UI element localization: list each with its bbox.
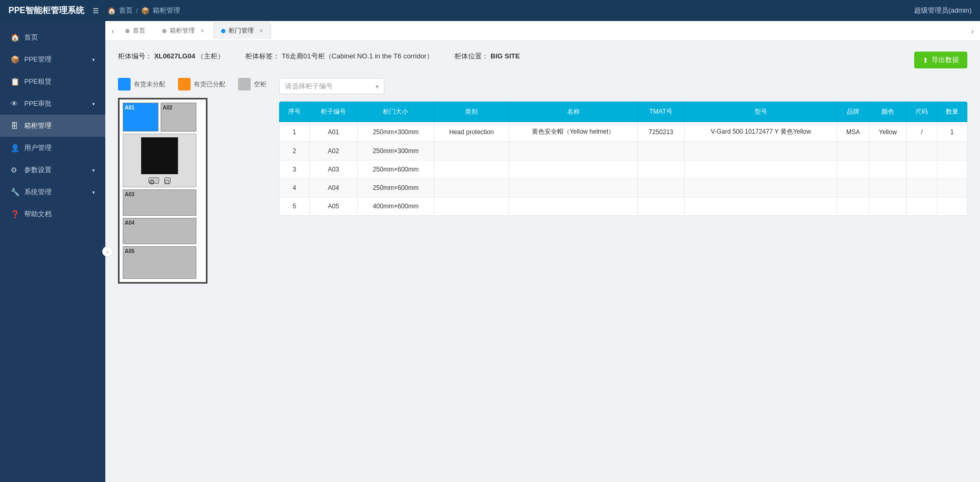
- sidebar-icon-cabinet-manage: 🗄: [11, 122, 20, 130]
- cell-A05[interactable]: A05: [123, 246, 196, 279]
- cell-r4-c1: A05: [310, 197, 358, 216]
- col-header-TMAT号: TMAT号: [638, 102, 685, 122]
- col-header-名称: 名称: [509, 102, 637, 122]
- cell-r4-c4: [509, 197, 637, 216]
- cell-r2-c10: [937, 160, 967, 179]
- cell-r0-c5: 7250213: [638, 122, 685, 142]
- cell-r2-c7: [837, 160, 869, 179]
- sidebar-item-ppe-audit[interactable]: 👁 PPE审批 ▾: [0, 93, 105, 115]
- cell-r0-c4: 黄色安全帽（Yellow helmet）: [509, 122, 637, 142]
- cell-r3-c7: [837, 179, 869, 197]
- tab-door[interactable]: 柜门管理 ✕: [213, 23, 271, 39]
- cell-r0-c8: Yellow: [869, 122, 907, 142]
- cell-r2-c8: [869, 160, 907, 179]
- sidebar-item-sys-settings[interactable]: 🔧 系统管理 ▾: [0, 181, 105, 203]
- sidebar: ‹ 🏠 首页 📦 PPE管理 ▾ 📋 PPE租赁 👁 PPE审批 ▾ 🗄 箱柜管…: [0, 21, 105, 482]
- tab-next-btn[interactable]: ›: [969, 25, 976, 37]
- sidebar-item-help-docs[interactable]: ❓ 帮助文档: [0, 203, 105, 225]
- col-header-序号: 序号: [280, 102, 310, 122]
- cell-r4-c7: [837, 197, 869, 216]
- cell-r0-c6: V-Gard 500 10172477 Y 黄色Yellow: [685, 122, 837, 142]
- cell-r1-c0: 2: [280, 142, 310, 160]
- cabinet-left-panel: 有货未分配 有货已分配 空柜: [118, 78, 266, 284]
- col-header-类别: 类别: [434, 102, 509, 122]
- sidebar-item-cabinet-manage[interactable]: 🗄 箱柜管理: [0, 115, 105, 137]
- legend-box-gray: [238, 78, 251, 91]
- user-menu[interactable]: 超级管理员(admin): [914, 6, 972, 15]
- cabinet-row-3: A03: [123, 189, 203, 216]
- cell-r1-c1: A02: [310, 142, 358, 160]
- cell-r3-c3: [434, 179, 509, 197]
- cabinet-tag-info: 柜体标签： T6走廊01号柜（Cabinet NO.1 in the T6 co…: [245, 52, 433, 61]
- cabinet-tag-value: T6走廊01号柜（Cabinet NO.1 in the T6 corridor…: [282, 52, 433, 60]
- cell-r2-c2: 250mm×600mm: [358, 160, 434, 179]
- legend-label-unassigned: 有货未分配: [134, 80, 165, 89]
- cell-r2-c0: 3: [280, 160, 310, 179]
- tab-cabinet[interactable]: 箱柜管理 ✕: [154, 23, 212, 39]
- cell-r3-c9: [907, 179, 937, 197]
- cabinet-row-4: A04: [123, 218, 203, 244]
- sub-cabinet-select[interactable]: 请选择柜子编号 A01 A02 A03 A04 A05: [279, 78, 384, 94]
- breadcrumb-sep: /: [136, 7, 138, 15]
- cell-A04[interactable]: A04: [123, 218, 196, 244]
- cabinet-header: 柜体编号： XL0627LG04 （主柜） 柜体标签： T6走廊01号柜（Cab…: [118, 52, 967, 68]
- cabinet-location-value: BIG SITE: [491, 52, 520, 60]
- cell-r1-c8: [869, 142, 907, 160]
- tab-home[interactable]: 首页: [117, 23, 153, 39]
- page-content: 柜体编号： XL0627LG04 （主柜） 柜体标签： T6走廊01号柜（Cab…: [105, 41, 980, 482]
- tab-close-door[interactable]: ✕: [259, 28, 263, 34]
- cell-r3-c6: [685, 179, 837, 197]
- cell-A02[interactable]: A02: [161, 103, 196, 132]
- breadcrumb-home[interactable]: 首页: [119, 6, 133, 15]
- cabinet-location-info: 柜体位置： BIG SITE: [454, 52, 520, 61]
- right-panel: 请选择柜子编号 A01 A02 A03 A04 A05 序号柜: [279, 78, 967, 216]
- cell-r3-c5: [638, 179, 685, 197]
- sidebar-item-ppe-rent[interactable]: 📋 PPE租赁: [0, 71, 105, 93]
- cell-r1-c6: [685, 142, 837, 160]
- cell-r1-c3: [434, 142, 509, 160]
- legend-label-empty: 空柜: [254, 80, 266, 89]
- sidebar-label-cabinet-manage: 箱柜管理: [24, 121, 52, 130]
- tab-prev-btn[interactable]: ‹: [110, 25, 116, 37]
- tab-close-cabinet[interactable]: ✕: [200, 28, 204, 34]
- sidebar-arrow-param-settings: ▾: [92, 167, 95, 173]
- breadcrumb-current[interactable]: 箱柜管理: [153, 6, 180, 15]
- cell-r2-c4: [509, 160, 637, 179]
- cabinet-location-label: 柜体位置：: [454, 52, 489, 60]
- sidebar-item-home[interactable]: 🏠 首页: [0, 26, 105, 48]
- cell-A01[interactable]: A01: [123, 103, 159, 132]
- cell-r3-c0: 4: [280, 179, 310, 197]
- col-header-尺码: 尺码: [907, 102, 937, 122]
- sidebar-label-param-settings: 参数设置: [24, 165, 52, 175]
- cell-A03[interactable]: A03: [123, 189, 196, 216]
- tab-dot-door: [221, 29, 225, 33]
- menu-icon[interactable]: ☰: [93, 7, 99, 15]
- export-label: 导出数据: [932, 55, 959, 65]
- sidebar-item-user-manage[interactable]: 👤 用户管理: [0, 137, 105, 159]
- cell-r0-c7: MSA: [837, 122, 869, 142]
- sidebar-label-help-docs: 帮助文档: [24, 209, 52, 219]
- tab-label-home: 首页: [133, 26, 145, 35]
- sidebar-icon-home: 🏠: [11, 33, 20, 42]
- sidebar-collapse-btn[interactable]: ‹: [102, 246, 113, 257]
- cell-r2-c5: [638, 160, 685, 179]
- sidebar-item-ppe-manage[interactable]: 📦 PPE管理 ▾: [0, 48, 105, 71]
- door-btn-other[interactable]: □: [164, 177, 171, 184]
- cell-r0-c3: Head protection: [434, 122, 509, 142]
- selector-row: 请选择柜子编号 A01 A02 A03 A04 A05: [279, 78, 967, 94]
- cabinet-type-label: （主柜）: [197, 52, 224, 60]
- table-row: 3A03250mm×600mm: [280, 160, 967, 179]
- tab-dot-cabinet: [162, 29, 166, 33]
- door-btn-camera[interactable]: ⊙: [149, 177, 159, 184]
- sidebar-icon-ppe-rent: 📋: [11, 77, 20, 86]
- sidebar-item-param-settings[interactable]: ⚙ 参数设置 ▾: [0, 159, 105, 181]
- export-button[interactable]: ⬆ 导出数据: [914, 52, 967, 68]
- cell-r4-c5: [638, 197, 685, 216]
- sidebar-label-ppe-rent: PPE租赁: [24, 77, 52, 86]
- sidebar-icon-ppe-manage: 📦: [11, 55, 20, 64]
- cell-r1-c2: 250mm×300mm: [358, 142, 434, 160]
- sidebar-icon-sys-settings: 🔧: [11, 188, 20, 196]
- cabinet-diagram: A01 A02 ⊙ □ A03: [118, 98, 207, 284]
- door-display-section: ⊙ □: [123, 134, 196, 187]
- door-screen: [141, 137, 178, 174]
